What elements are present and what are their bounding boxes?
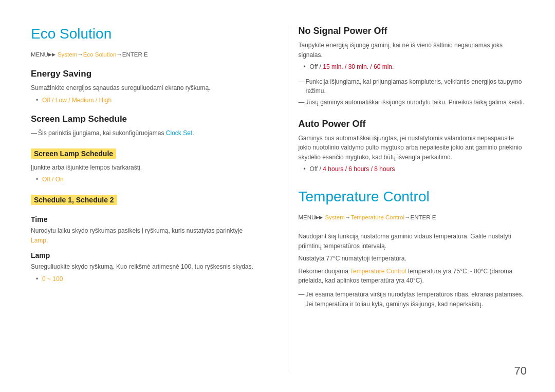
energy-saving-heading: Energy Saving: [31, 69, 257, 79]
time-heading: Time: [31, 215, 257, 223]
menu-temp-prefix: MENU: [299, 214, 316, 220]
lamp-body: Sureguliuokite skydo ryškumą. Kuo reikšm…: [31, 262, 257, 272]
menu-icon: MENU: [31, 51, 48, 58]
lamp-list: 0 ~ 100: [36, 274, 257, 284]
no-signal-options-prefix: Off /: [310, 63, 323, 70]
energy-saving-body: Sumažinkite energijos sąnaudas sureguliu…: [31, 83, 257, 93]
energy-saving-list: Off / Low / Medium / High: [36, 96, 257, 105]
auto-power-options-highlight: 4 hours / 6 hours / 8 hours: [323, 165, 395, 173]
temp-body3: Rekomenduojama Temperature Control tempe…: [299, 267, 525, 286]
menu-path-temp: MENU ▶▶ System → Temperature Control → E…: [299, 214, 525, 220]
menu-enter: ENTER E: [122, 51, 148, 58]
lamp-heading: Lamp: [31, 251, 257, 259]
menu-eco: Eco Solution: [83, 51, 117, 58]
screen-lamp-note-end: .: [192, 129, 194, 137]
menu-temp-system: System: [325, 214, 344, 220]
menu-arrow: ▶▶: [48, 52, 55, 57]
screen-lamp-box-wrapper: Screen Lamp Schedule Įjunkite arba išjun…: [31, 143, 257, 184]
clock-set-link: Clock Set: [166, 129, 192, 137]
left-column: Eco Solution MENU ▶▶ System → Eco Soluti…: [31, 26, 267, 371]
temp-control-title: Temperature Control: [299, 189, 525, 205]
lamp-link: Lamp: [31, 237, 46, 244]
screen-lamp-schedule-heading: Screen Lamp Schedule: [31, 114, 257, 124]
temp-body1: Naudojant šią funkciją nustatoma gaminio…: [299, 232, 525, 251]
time-body-text: Nurodytu laiku skydo ryškumas pasikeis į…: [31, 227, 243, 234]
schedule-box-wrapper: Schedule 1, Schedule 2: [31, 190, 257, 209]
eco-solution-title: Eco Solution: [31, 26, 257, 42]
no-signal-note2: Jūsų gaminys automatiškai išsijungs nuro…: [299, 98, 525, 107]
screen-lamp-box-list: Off / On: [36, 175, 257, 184]
menu-temp-enter: ENTER E: [411, 214, 436, 220]
lamp-options: 0 ~ 100: [42, 275, 63, 283]
auto-power-off-list: Off / 4 hours / 6 hours / 8 hours: [304, 164, 525, 174]
schedule-box-label: Schedule 1, Schedule 2: [31, 195, 117, 205]
no-signal-body: Taupykite energiją išjungę gaminį, kai n…: [299, 41, 525, 60]
menu-temp-tc: Temperature Control: [350, 214, 404, 220]
temp-control-link: Temperature Control: [350, 268, 406, 275]
page-number: 70: [514, 364, 527, 378]
no-signal-note1: Funkcija išjungiama, kai prijungiamas ko…: [299, 77, 525, 96]
menu-sep1: →: [77, 51, 83, 58]
screen-lamp-box-label: Screen Lamp Schedule: [31, 148, 116, 159]
temp-body2: Nustatyta 77°C numatytoji temperatūra.: [299, 254, 525, 264]
right-column: No Signal Power Off Taupykite energiją i…: [288, 26, 525, 371]
screen-lamp-box-body: Įjunkite arba išjunkite lempos tvarkaraš…: [31, 163, 257, 173]
screen-lamp-note-text: Šis parinktis įjungiama, kai sukonfigūru…: [38, 129, 166, 137]
time-body: Nurodytu laiku skydo ryškumas pasikeis į…: [31, 226, 257, 245]
menu-path-eco: MENU ▶▶ System → Eco Solution → ENTER E: [31, 51, 257, 58]
auto-power-options-prefix: Off /: [310, 165, 323, 173]
temp-note: Jei esama temperatūra viršija nurodytas …: [299, 290, 525, 309]
menu-temp-sep2: →: [404, 214, 411, 220]
no-signal-heading: No Signal Power Off: [299, 26, 525, 36]
menu-temp-sep1: →: [345, 214, 351, 220]
screen-lamp-options: Off / On: [42, 176, 64, 183]
auto-power-off-body: Gaminys bus automatiškai išjungtas, jei …: [299, 134, 525, 162]
time-body-end: .: [46, 237, 48, 244]
no-signal-options-highlight: 15 min. / 30 min. / 60 min.: [323, 63, 394, 70]
temp-body3-text: Rekomenduojama: [299, 268, 350, 275]
menu-sep2: →: [116, 51, 122, 58]
auto-power-off-heading: Auto Power Off: [299, 119, 525, 129]
screen-lamp-note: Šis parinktis įjungiama, kai sukonfigūru…: [31, 128, 257, 138]
no-signal-list: Off / 15 min. / 30 min. / 60 min.: [304, 62, 525, 72]
energy-saving-options: Off / Low / Medium / High: [42, 97, 112, 104]
menu-system: System: [58, 51, 77, 58]
menu-temp-arrow: ▶▶: [316, 215, 323, 220]
